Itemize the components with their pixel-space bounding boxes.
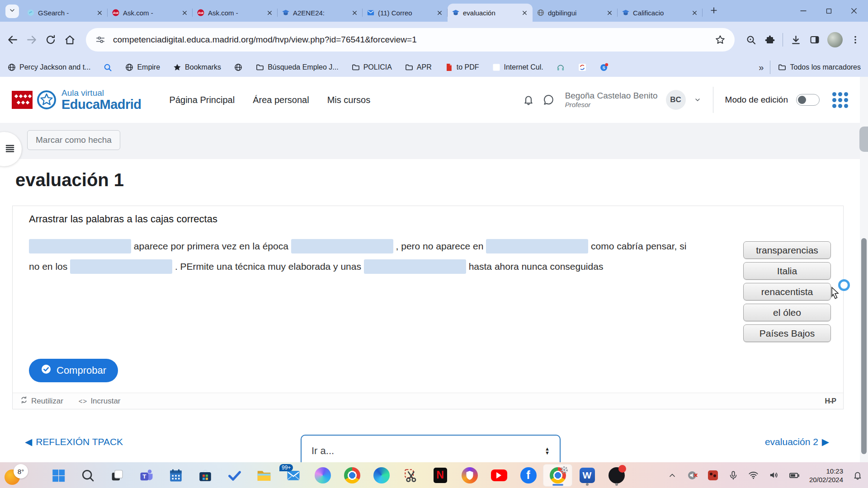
browser-tab[interactable]: GSearch - bbox=[23, 4, 108, 22]
site-logo[interactable]: Aula virtual EducaMadrid bbox=[61, 89, 142, 111]
tab-close-icon[interactable] bbox=[351, 9, 359, 17]
tab-close-icon[interactable] bbox=[436, 9, 443, 17]
taskbar-icon-snipping-tool[interactable] bbox=[396, 464, 425, 487]
browser-tab[interactable]: evaluación bbox=[448, 4, 533, 22]
check-button[interactable]: Comprobar bbox=[29, 359, 118, 382]
taskbar-icon-task-view[interactable] bbox=[102, 464, 132, 487]
tab-close-icon[interactable] bbox=[181, 9, 189, 17]
taskbar-icon-copilot[interactable] bbox=[308, 464, 337, 487]
bookmark-item[interactable] bbox=[103, 63, 112, 72]
embed-button[interactable]: <> Incrustar bbox=[79, 397, 121, 406]
address-bar[interactable]: competenciadigital.educa.madrid.org/mod/… bbox=[86, 28, 735, 52]
lens-icon[interactable] bbox=[745, 33, 757, 46]
bookmark-item[interactable]: to PDF bbox=[444, 63, 479, 72]
taskbar-icon-chrome[interactable] bbox=[337, 464, 367, 487]
new-tab-button[interactable] bbox=[707, 5, 721, 18]
bookmarks-overflow-button[interactable]: » bbox=[759, 62, 763, 73]
apps-grid-icon[interactable] bbox=[832, 92, 848, 108]
drop-zone-blank[interactable] bbox=[70, 259, 172, 274]
bookmark-all-folder[interactable]: Todos los marcadores bbox=[778, 63, 861, 72]
drop-zone-blank[interactable] bbox=[486, 239, 588, 253]
notifications-bell-icon[interactable] bbox=[523, 94, 534, 106]
nav-link[interactable]: Área personal bbox=[253, 95, 309, 105]
prev-activity-link[interactable]: ◀ REFLEXIÓN TPACK bbox=[25, 436, 123, 447]
taskbar-icon-mail[interactable]: 99+ bbox=[278, 464, 308, 487]
minimize-button[interactable] bbox=[799, 7, 807, 15]
taskbar-icon-netflix[interactable]: N bbox=[425, 464, 455, 487]
draggable-word[interactable]: Italia bbox=[743, 262, 831, 280]
draggable-word[interactable]: renacentista bbox=[743, 283, 831, 300]
nav-link[interactable]: Mis cursos bbox=[327, 95, 371, 105]
bookmark-item[interactable]: Búsqueda Empleo J... bbox=[255, 63, 339, 72]
taskbar-icon-edge[interactable] bbox=[367, 464, 396, 487]
reuse-button[interactable]: Reutilizar bbox=[20, 396, 63, 406]
user-avatar[interactable]: BC bbox=[666, 90, 686, 110]
browser-tab[interactable]: A2ENE24: bbox=[278, 4, 363, 22]
profile-avatar[interactable] bbox=[827, 32, 843, 47]
drop-zone-blank[interactable] bbox=[364, 259, 466, 274]
tray-battery-icon[interactable] bbox=[789, 470, 800, 481]
tab-search-button[interactable] bbox=[5, 5, 19, 18]
taskbar-icon-search[interactable] bbox=[73, 464, 102, 487]
browser-tab[interactable]: AskAsk.com - bbox=[193, 4, 278, 22]
taskbar-icon-calendar[interactable] bbox=[161, 464, 190, 487]
tray-wifi-icon[interactable] bbox=[748, 470, 759, 481]
draggable-word[interactable]: transparencias bbox=[743, 241, 831, 259]
extensions-icon[interactable] bbox=[764, 33, 776, 46]
taskbar-clock[interactable]: 10:23 20/02/2024 bbox=[809, 467, 843, 484]
bookmark-item[interactable]: Bookmarks bbox=[173, 63, 221, 72]
tray-microphone-icon[interactable] bbox=[728, 470, 739, 481]
browser-tab[interactable]: AskAsk.com - bbox=[108, 4, 193, 22]
taskbar-icon-privacy-shield[interactable] bbox=[455, 464, 484, 487]
tray-volume-icon[interactable] bbox=[769, 470, 779, 481]
bookmark-item[interactable]: Internet Cul. bbox=[492, 63, 543, 72]
tab-close-icon[interactable] bbox=[606, 9, 613, 17]
bookmark-item[interactable]: POLICIA bbox=[351, 63, 392, 72]
bookmark-item[interactable]: Empire bbox=[125, 63, 160, 72]
back-button[interactable] bbox=[6, 33, 19, 46]
draggable-word[interactable]: Países Bajos bbox=[743, 324, 831, 342]
tray-red-app-icon[interactable] bbox=[708, 470, 718, 481]
side-panel-button[interactable] bbox=[808, 33, 821, 46]
taskbar-icon-youtube[interactable] bbox=[484, 464, 514, 487]
bookmark-star-icon[interactable] bbox=[714, 33, 726, 46]
taskbar-icon-teams[interactable]: T bbox=[132, 464, 161, 487]
messages-icon[interactable] bbox=[542, 94, 554, 106]
notification-center-bell-icon[interactable] bbox=[853, 470, 863, 480]
taskbar-icon-store[interactable] bbox=[190, 464, 220, 487]
mark-done-button[interactable]: Marcar como hecha bbox=[27, 130, 120, 150]
browser-tab[interactable]: dgbilingui bbox=[533, 4, 618, 22]
bookmark-item[interactable]: APR bbox=[405, 63, 432, 72]
nav-link[interactable]: Página Principal bbox=[170, 95, 235, 105]
scrollbar-thumb[interactable] bbox=[861, 238, 867, 454]
taskbar-icon-todo[interactable] bbox=[220, 464, 249, 487]
tab-close-icon[interactable] bbox=[266, 9, 274, 17]
tab-close-icon[interactable] bbox=[691, 9, 698, 17]
home-button[interactable] bbox=[63, 33, 76, 46]
bookmark-item[interactable]: S bbox=[599, 63, 609, 72]
forward-button[interactable] bbox=[25, 33, 38, 46]
drop-zone-blank[interactable] bbox=[29, 239, 131, 253]
browser-menu-button[interactable] bbox=[849, 33, 862, 46]
user-menu-chevron-icon[interactable] bbox=[694, 96, 701, 103]
course-index-drawer-button[interactable] bbox=[0, 132, 22, 166]
tray-chevron-up-icon[interactable] bbox=[667, 470, 678, 481]
right-drawer-toggle[interactable] bbox=[859, 127, 868, 152]
maximize-button[interactable] bbox=[825, 7, 833, 15]
taskbar-icon-obs[interactable] bbox=[602, 464, 631, 487]
site-settings-icon[interactable] bbox=[94, 33, 107, 46]
reload-button[interactable] bbox=[44, 33, 57, 46]
bookmark-item[interactable]: Percy Jackson and t... bbox=[7, 63, 90, 72]
tray-muted-speaker-icon[interactable] bbox=[687, 470, 698, 481]
taskbar-icon-word[interactable]: W bbox=[572, 464, 602, 487]
browser-tab[interactable]: (11) Correo bbox=[363, 4, 448, 22]
taskbar-icon-facebook[interactable]: f bbox=[514, 464, 543, 487]
drop-zone-blank[interactable] bbox=[291, 239, 393, 253]
taskbar-icon-start[interactable] bbox=[43, 464, 73, 487]
taskbar-icon-file-explorer[interactable] bbox=[249, 464, 278, 487]
draggable-word[interactable]: el óleo bbox=[743, 304, 831, 321]
taskbar-weather-widget[interactable]: 8° bbox=[4, 465, 33, 486]
taskbar-icon-chrome-active[interactable] bbox=[543, 464, 572, 487]
next-activity-link[interactable]: evaluación 2 ▶ bbox=[765, 436, 829, 447]
tab-close-icon[interactable] bbox=[96, 9, 104, 17]
